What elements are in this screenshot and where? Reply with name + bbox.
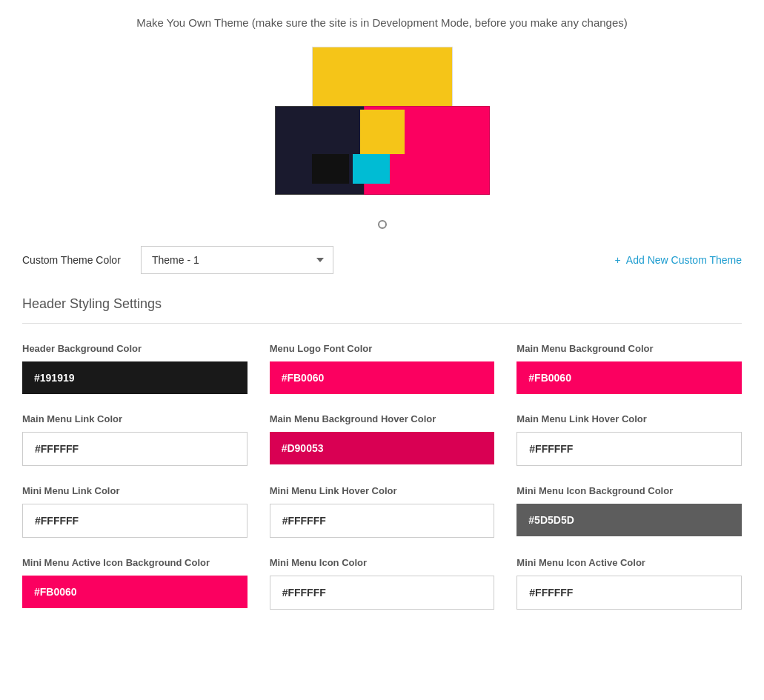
field-main-menu-bg: Main Menu Background Color #FB0060: [516, 342, 742, 394]
field-main-menu-bg-swatch[interactable]: #FB0060: [516, 361, 742, 394]
field-mini-menu-link-swatch[interactable]: #FFFFFF: [22, 504, 248, 538]
field-main-menu-link: Main Menu Link Color #FFFFFF: [22, 413, 248, 466]
page-title-text: Make You Own Theme (make sure the site i…: [136, 16, 628, 29]
field-mini-menu-link: Mini Menu Link Color #FFFFFF: [22, 484, 248, 538]
field-mini-menu-icon-label: Mini Menu Icon Color: [270, 556, 495, 570]
field-mini-menu-icon-bg: Mini Menu Icon Background Color #5D5D5D: [516, 484, 742, 538]
field-main-menu-link-hover: Main Menu Link Hover Color #FFFFFF: [516, 413, 742, 466]
carousel-dot[interactable]: [378, 220, 387, 229]
header-styling-section: Header Styling Settings: [22, 296, 742, 324]
preview-cyan-block: [353, 154, 390, 184]
color-fields-grid: Header Background Color #191919 Menu Log…: [22, 342, 742, 610]
theme-selector-select[interactable]: Theme - 1 Theme - 2 Theme - 3: [141, 246, 333, 274]
field-mini-menu-icon-active-label: Mini Menu Icon Active Color: [516, 556, 742, 570]
page-title: Make You Own Theme (make sure the site i…: [22, 15, 742, 32]
field-mini-menu-icon-swatch[interactable]: #FFFFFF: [270, 576, 495, 610]
add-custom-theme-link[interactable]: + Add New Custom Theme: [615, 254, 742, 266]
field-main-menu-bg-label: Main Menu Background Color: [516, 342, 742, 356]
field-main-menu-bg-hover-label: Main Menu Background Hover Color: [270, 413, 495, 426]
field-mini-menu-icon-active-swatch[interactable]: #FFFFFF: [516, 576, 742, 610]
field-main-menu-link-hover-label: Main Menu Link Hover Color: [516, 413, 742, 426]
field-mini-menu-link-hover: Mini Menu Link Hover Color #FFFFFF: [270, 484, 495, 538]
theme-selector-label: Custom Theme Color: [22, 254, 126, 266]
field-mini-menu-icon: Mini Menu Icon Color #FFFFFF: [270, 556, 495, 610]
add-custom-theme-label: Add New Custom Theme: [626, 254, 742, 266]
field-mini-menu-icon-bg-label: Mini Menu Icon Background Color: [516, 484, 742, 498]
field-main-menu-link-label: Main Menu Link Color: [22, 413, 248, 426]
field-mini-menu-active-icon-bg-label: Mini Menu Active Icon Background Color: [22, 556, 248, 570]
plus-icon: +: [615, 254, 621, 266]
carousel-indicator: [22, 219, 742, 231]
field-mini-menu-icon-bg-swatch[interactable]: #5D5D5D: [516, 504, 742, 536]
field-mini-menu-active-icon-bg: Mini Menu Active Icon Background Color #…: [22, 556, 248, 610]
field-header-bg-swatch[interactable]: #191919: [22, 361, 248, 394]
field-main-menu-link-hover-swatch[interactable]: #FFFFFF: [516, 432, 742, 466]
theme-preview: [22, 47, 742, 204]
field-menu-logo-font: Menu Logo Font Color #FB0060: [270, 342, 495, 394]
page-container: Make You Own Theme (make sure the site i…: [0, 0, 764, 632]
field-mini-menu-active-icon-bg-swatch[interactable]: #FB0060: [22, 576, 248, 608]
header-styling-title: Header Styling Settings: [22, 296, 742, 312]
theme-selector-row: Custom Theme Color Theme - 1 Theme - 2 T…: [22, 246, 742, 274]
field-main-menu-bg-hover-swatch[interactable]: #D90053: [270, 432, 495, 464]
preview-yellow-small: [360, 110, 405, 154]
field-mini-menu-link-hover-swatch[interactable]: #FFFFFF: [270, 504, 495, 538]
field-header-bg-label: Header Background Color: [22, 342, 248, 356]
field-menu-logo-font-swatch[interactable]: #FB0060: [270, 361, 495, 394]
field-menu-logo-font-label: Menu Logo Font Color: [270, 342, 495, 356]
field-main-menu-link-swatch[interactable]: #FFFFFF: [22, 432, 248, 466]
preview-black-block: [312, 154, 349, 184]
field-mini-menu-link-hover-label: Mini Menu Link Hover Color: [270, 484, 495, 498]
field-mini-menu-link-label: Mini Menu Link Color: [22, 484, 248, 498]
field-mini-menu-icon-active: Mini Menu Icon Active Color #FFFFFF: [516, 556, 742, 610]
theme-preview-image: [275, 47, 490, 202]
field-main-menu-bg-hover: Main Menu Background Hover Color #D90053: [270, 413, 495, 466]
section-divider: [22, 323, 742, 324]
field-header-bg: Header Background Color #191919: [22, 342, 248, 394]
